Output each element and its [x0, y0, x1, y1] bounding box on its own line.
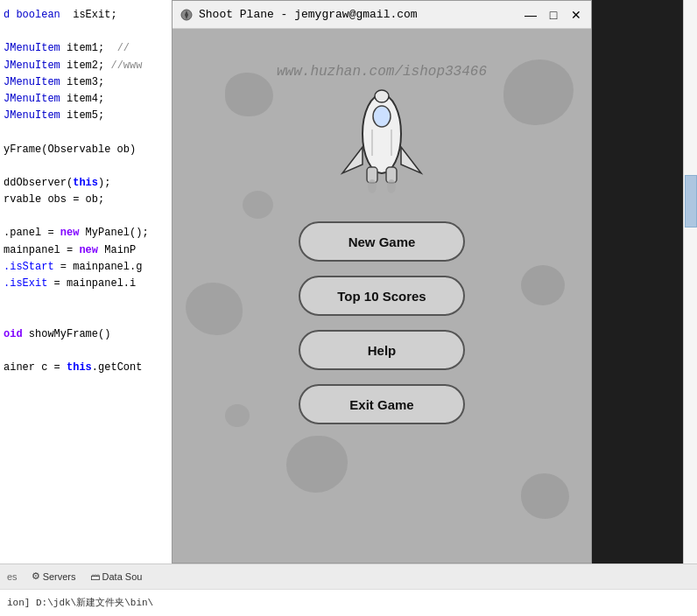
asteroid-3 — [186, 283, 243, 335]
asteroid-5 — [286, 436, 348, 493]
svg-marker-4 — [342, 147, 363, 173]
output-label: es — [7, 571, 18, 582]
title-bar: Shoot Plane - jemygraw@gmail.com — □ ✕ — [172, 1, 591, 29]
servers-label: Servers — [43, 571, 76, 582]
help-button[interactable]: Help — [299, 330, 465, 370]
servers-tab[interactable]: ⚙ Servers — [32, 570, 76, 582]
exit-game-button[interactable]: Exit Game — [299, 384, 465, 424]
data-sources-tab[interactable]: 🗃 Data Sou — [90, 571, 143, 582]
asteroid-8 — [225, 404, 250, 427]
spaceship — [334, 81, 430, 204]
scrollbar-thumb[interactable] — [685, 175, 697, 228]
window-title: Shoot Plane - jemygraw@gmail.com — [199, 8, 523, 21]
window-controls: — □ ✕ — [523, 7, 584, 23]
asteroid-1 — [225, 73, 273, 116]
svg-marker-5 — [401, 147, 421, 173]
data-sources-icon: 🗃 — [90, 571, 100, 582]
bottom-bar: es ⚙ Servers 🗃 Data Sou ion] D:\jdk\新建文件… — [0, 564, 697, 616]
maximize-button[interactable]: □ — [546, 7, 561, 23]
data-sources-label: Data Sou — [102, 571, 143, 582]
svg-point-3 — [373, 106, 391, 127]
output-line: ion] D:\jdk\新建文件夹\bin\ — [0, 589, 697, 616]
asteroid-6 — [521, 473, 569, 519]
menu-container: New Game Top 10 Scores Help Exit Game — [294, 221, 469, 424]
game-content: www.huzhan.com/ishop33466 — [172, 29, 591, 563]
code-editor: d boolean isExit; JMenuItem item1; // JM… — [0, 0, 172, 616]
svg-point-8 — [375, 90, 389, 102]
svg-point-9 — [368, 179, 377, 193]
asteroid-7 — [243, 191, 273, 219]
minimize-button[interactable]: — — [523, 7, 539, 23]
asteroid-4 — [521, 265, 565, 305]
svg-point-10 — [387, 179, 396, 193]
scrollbar-track — [683, 0, 697, 564]
status-tabs: es ⚙ Servers 🗃 Data Sou — [0, 564, 697, 589]
servers-icon: ⚙ — [32, 570, 40, 582]
output-text: ion] D:\jdk\新建文件夹\bin\ — [7, 596, 153, 609]
close-button[interactable]: ✕ — [568, 7, 584, 23]
new-game-button[interactable]: New Game — [299, 221, 465, 262]
top-scores-button[interactable]: Top 10 Scores — [299, 276, 465, 316]
app-icon — [180, 8, 194, 22]
asteroid-2 — [503, 60, 574, 125]
game-window: Shoot Plane - jemygraw@gmail.com — □ ✕ w… — [172, 0, 592, 564]
